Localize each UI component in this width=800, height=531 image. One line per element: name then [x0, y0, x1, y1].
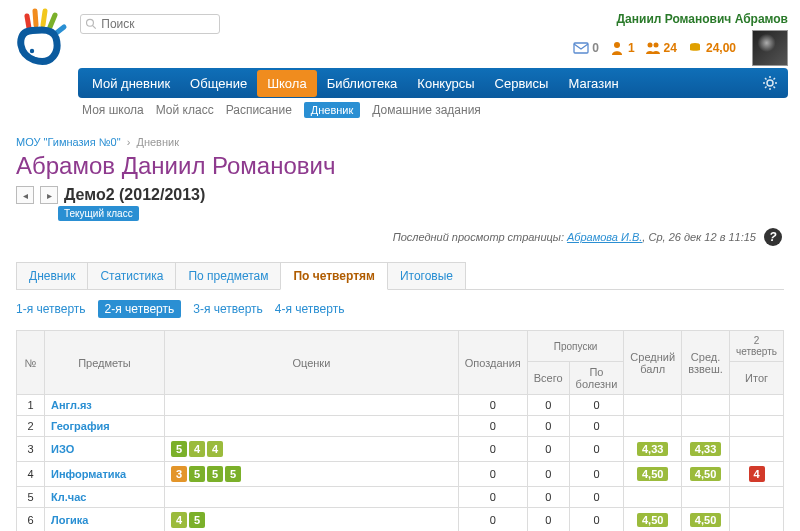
cell-num: 2 — [17, 416, 45, 437]
subject-link[interactable]: Информатика — [51, 468, 126, 480]
cell-ill: 0 — [569, 437, 624, 462]
breadcrumb-school[interactable]: МОУ "Гимназия №0" — [16, 136, 121, 148]
avatar[interactable] — [752, 30, 788, 66]
tab-4[interactable]: Итоговые — [387, 262, 466, 289]
cell-subject: Англ.яз — [45, 395, 165, 416]
nav-Школа[interactable]: Школа — [257, 70, 317, 97]
last-view-when: , Ср, 26 дек 12 в 11:15 — [642, 231, 756, 243]
stat-people1[interactable]: 1 — [609, 40, 635, 56]
nav-Мой дневник[interactable]: Мой дневник — [82, 70, 180, 97]
gear-icon[interactable] — [762, 75, 778, 91]
cell-wavg: 4,50 — [682, 462, 730, 487]
search-input[interactable] — [101, 17, 215, 31]
nav-Сервисы[interactable]: Сервисы — [485, 70, 559, 97]
subject-link[interactable]: Логика — [51, 514, 88, 526]
cell-marks — [165, 416, 459, 437]
cell-total — [730, 437, 784, 462]
cell-total — [730, 487, 784, 508]
cell-wavg: 4,50 — [682, 508, 730, 532]
quarter-3[interactable]: 4-я четверть — [275, 302, 345, 316]
last-view-user[interactable]: Абрамова И.В. — [567, 231, 642, 243]
subnav-Мой класс[interactable]: Мой класс — [156, 103, 214, 117]
cell-abs: 0 — [527, 508, 569, 532]
stat-mail-value: 0 — [592, 41, 599, 55]
nav-Библиотека[interactable]: Библиотека — [317, 70, 408, 97]
search-icon — [85, 17, 97, 31]
cell-abs: 0 — [527, 416, 569, 437]
search-box[interactable] — [80, 14, 220, 34]
cell-num: 5 — [17, 487, 45, 508]
cell-num: 4 — [17, 462, 45, 487]
svg-point-6 — [653, 43, 658, 48]
wavg-badge: 4,33 — [690, 442, 721, 456]
subject-link[interactable]: Кл.час — [51, 491, 86, 503]
cell-total — [730, 395, 784, 416]
view-tabs: ДневникСтатистикаПо предметамПо четвертя… — [16, 262, 784, 290]
svg-text:?: ? — [769, 230, 777, 244]
cell-wavg — [682, 487, 730, 508]
stat-p2-value: 24 — [664, 41, 677, 55]
site-logo[interactable] — [12, 8, 72, 68]
cell-num: 6 — [17, 508, 45, 532]
last-view-prefix: Последний просмотр страницы: — [393, 231, 564, 243]
mail-icon — [573, 40, 589, 56]
subject-link[interactable]: ИЗО — [51, 443, 74, 455]
th-wavg: Сред. взвеш. — [682, 331, 730, 395]
nav-Магазин[interactable]: Магазин — [558, 70, 628, 97]
cell-subject: География — [45, 416, 165, 437]
help-icon[interactable]: ? — [762, 226, 784, 248]
subnav-Моя школа[interactable]: Моя школа — [82, 103, 144, 117]
svg-point-1 — [87, 19, 94, 26]
stat-p1-value: 1 — [628, 41, 635, 55]
cell-avg: 4,50 — [624, 508, 682, 532]
cell-marks — [165, 487, 459, 508]
tab-3[interactable]: По четвертям — [280, 262, 387, 290]
nav-Конкурсы[interactable]: Конкурсы — [407, 70, 484, 97]
prev-class-button[interactable]: ◂ — [16, 186, 34, 204]
user-name[interactable]: Даниил Романович Абрамов — [573, 12, 788, 26]
mark: 4 — [207, 441, 223, 457]
avg-badge: 4,50 — [637, 513, 668, 527]
th-subject: Предметы — [45, 331, 165, 395]
svg-point-0 — [30, 49, 34, 53]
th-num: № — [17, 331, 45, 395]
stat-people2[interactable]: 24 — [645, 40, 677, 56]
sub-nav: Моя школаМой классРасписаниеДневникДомаш… — [82, 102, 788, 118]
main-nav: Мой дневникОбщениеШколаБиблиотекаКонкурс… — [78, 68, 788, 98]
mark: 5 — [225, 466, 241, 482]
stat-points[interactable]: 24,00 — [687, 40, 736, 56]
tab-0[interactable]: Дневник — [16, 262, 88, 289]
cell-late: 0 — [458, 462, 527, 487]
quarter-1[interactable]: 2-я четверть — [98, 300, 182, 318]
quarter-0[interactable]: 1-я четверть — [16, 302, 86, 316]
wavg-badge: 4,50 — [690, 467, 721, 481]
subnav-Расписание[interactable]: Расписание — [226, 103, 292, 117]
th-abs-ill: По болезни — [569, 362, 624, 395]
next-class-button[interactable]: ▸ — [40, 186, 58, 204]
subnav-Домашние задания[interactable]: Домашние задания — [372, 103, 481, 117]
cell-ill: 0 — [569, 508, 624, 532]
mark: 5 — [207, 466, 223, 482]
breadcrumb-current: Дневник — [136, 136, 179, 148]
total-badge: 4 — [749, 466, 765, 482]
stat-p3-value: 24,00 — [706, 41, 736, 55]
cell-late: 0 — [458, 487, 527, 508]
cell-avg — [624, 395, 682, 416]
subnav-Дневник[interactable]: Дневник — [304, 102, 361, 118]
cell-total — [730, 416, 784, 437]
cell-marks: 544 — [165, 437, 459, 462]
tab-1[interactable]: Статистика — [87, 262, 176, 289]
subject-link[interactable]: Англ.яз — [51, 399, 92, 411]
cell-num: 1 — [17, 395, 45, 416]
svg-point-4 — [614, 42, 620, 48]
subject-link[interactable]: География — [51, 420, 110, 432]
nav-Общение[interactable]: Общение — [180, 70, 257, 97]
cell-marks: 3555 — [165, 462, 459, 487]
tab-2[interactable]: По предметам — [175, 262, 281, 289]
svg-point-5 — [647, 43, 652, 48]
table-row: 5Кл.час000 — [17, 487, 784, 508]
quarter-2[interactable]: 3-я четверть — [193, 302, 263, 316]
th-abs-all: Всего — [527, 362, 569, 395]
stat-mail[interactable]: 0 — [573, 40, 599, 56]
cell-ill: 0 — [569, 462, 624, 487]
